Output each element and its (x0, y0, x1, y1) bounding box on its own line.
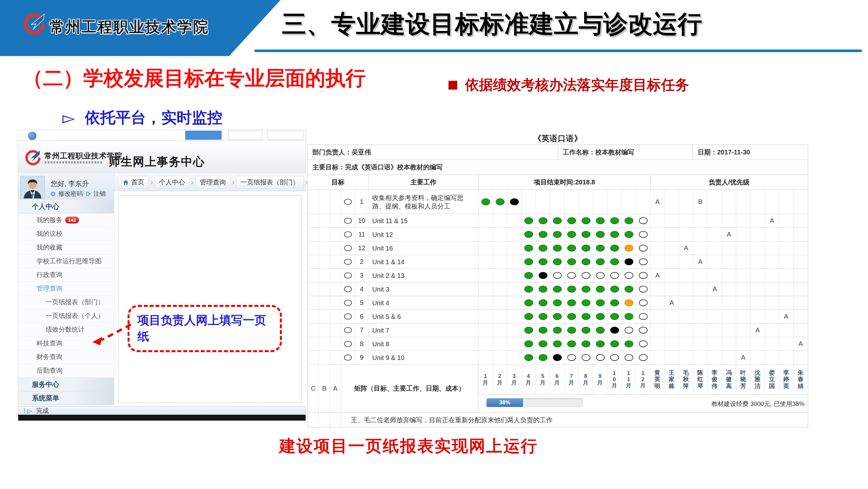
owner-priority-cell (693, 296, 708, 310)
month-cell (636, 310, 651, 323)
owner-priority-cell: A (679, 241, 693, 255)
owner-priority-cell (779, 351, 794, 364)
owner-priority-cell (651, 214, 665, 227)
breadcrumb-item-4[interactable]: 一页纸报表（部门） (236, 176, 304, 189)
month-cell (579, 310, 593, 323)
report-table: 《英语口语》 部门负责人：吴亚伟 工作名称：校本教材编写 日期：2017-11-… (308, 132, 808, 427)
sidebar-item-我的议校[interactable]: 我的议校 (18, 227, 114, 241)
gear-icon: ⚙ (50, 191, 56, 197)
owner-priority-cell (651, 351, 665, 364)
month-cell (493, 337, 507, 350)
work-name: 工作名称：校本教材编写 (558, 145, 693, 160)
month-cell (622, 214, 636, 227)
target-cell (341, 323, 355, 337)
month-cell (565, 283, 579, 296)
month-cell (550, 241, 565, 255)
month-cell (536, 296, 550, 310)
month-cell (493, 190, 507, 214)
status-dot-green-done (610, 231, 619, 238)
owner-priority-cell: A (722, 228, 736, 241)
month-cell (536, 323, 550, 337)
month-cell (608, 323, 622, 337)
month-cell (608, 296, 622, 310)
grade-spacer-cell (308, 255, 319, 268)
toolbar-button[interactable] (228, 131, 262, 140)
owner-priority-cell: A (765, 214, 779, 227)
status-dot-open-circle (639, 286, 648, 292)
sidebar-item-系统菜单[interactable]: 系统菜单 (18, 391, 114, 405)
owner-name: 黄英明 (650, 365, 664, 394)
month-cell (536, 269, 550, 282)
taskbar-strip (18, 415, 306, 421)
month-cell (593, 296, 608, 310)
target-circle-icon (344, 259, 352, 265)
sidebar-item-服务中心[interactable]: 服务中心 (18, 378, 114, 391)
sidebar-item-一页纸报表（个人）[interactable]: 一页纸报表（个人） (18, 309, 114, 323)
breadcrumb-item-3[interactable]: 管理查询 (195, 176, 230, 189)
owner-priority-cell (794, 310, 808, 323)
breadcrumb-item-2[interactable]: 个人中心 (154, 176, 189, 189)
status-dot-open-circle (639, 244, 648, 252)
status-dot-green-done (539, 340, 548, 347)
task-number-cell: 5 (355, 296, 368, 310)
sidebar-item-学校工作运行思维导图[interactable]: 学校工作运行思维导图 (18, 254, 114, 268)
month-cell (565, 214, 579, 227)
sidebar-item-个人中心[interactable]: 个人中心 (18, 200, 114, 213)
month-cell (608, 337, 622, 350)
logout-icon (85, 191, 91, 197)
sidebar-item-我的服务[interactable]: 我的服务142 (18, 213, 114, 227)
breadcrumb-item-1[interactable]: 首页 (118, 176, 149, 189)
status-dot-green-done (539, 354, 548, 361)
sidebar-item-财务查询[interactable]: 财务查询 (18, 350, 114, 364)
target-cell (341, 190, 355, 214)
grade-spacer-cell (330, 310, 341, 323)
toolbar-button[interactable] (267, 131, 304, 140)
grade-letter-c: C (308, 365, 319, 412)
target-cell (341, 269, 355, 282)
user-panel: 您好, 李东升 ⚙ 修改密码 注销 (18, 173, 114, 200)
owner-priority-cell (722, 269, 736, 282)
owner-priority-cell (665, 283, 679, 296)
sidebar-item-我的收藏[interactable]: 我的收藏 (18, 241, 114, 254)
month-cell (522, 351, 536, 364)
sidebar-item-后勤查询[interactable]: 后勤查询 (18, 364, 114, 378)
sidebar-item-管理查询[interactable]: 管理查询 (18, 282, 114, 295)
grade-spacer-cell (330, 296, 341, 310)
owner-name: 王家栋 (664, 365, 679, 394)
status-dot-orange (625, 299, 633, 306)
task-number-cell: 1 (355, 190, 368, 214)
month-cell (479, 241, 493, 255)
report-row: 4Unit 3A (308, 283, 808, 296)
owner-priority-cell (693, 283, 708, 296)
month-cell (507, 310, 522, 323)
month-cell (636, 323, 651, 337)
month-cell (507, 269, 522, 282)
month-cell (550, 323, 565, 337)
task-number-cell: 6 (355, 310, 368, 323)
owner-priority-cell (679, 351, 693, 364)
sidebar-item-一页纸报表（部门）[interactable]: 一页纸报表（部门） (18, 295, 114, 309)
month-cell (608, 351, 622, 364)
report-row: 6Unit 5 & 6A (308, 310, 808, 323)
owner-priority-cell (765, 337, 779, 350)
status-dot-green-done (524, 313, 533, 320)
grade-spacer-cell (330, 351, 341, 364)
month-label: 12月 (636, 365, 650, 394)
grade-spacer-cell (330, 241, 341, 255)
owner-priority-cell (736, 310, 750, 323)
owner-priority-cell (765, 296, 779, 310)
change-password-link[interactable]: 修改密码 (58, 190, 83, 198)
month-cell (522, 255, 536, 268)
status-dot-green-done (567, 340, 576, 347)
logout-link[interactable]: 注销 (93, 190, 106, 198)
bottom-caption: 建设项目一页纸报表实现网上运行 (279, 435, 538, 457)
owner-priority-cell (794, 296, 808, 310)
owner-priority-cell (665, 214, 679, 227)
toolbar-primary-button[interactable] (185, 131, 222, 140)
owner-priority-cell (651, 255, 665, 268)
sidebar-item-行政查询[interactable]: 行政查询 (18, 268, 114, 282)
month-cell (608, 283, 622, 296)
month-cell (622, 323, 636, 337)
page-title: 三、专业建设目标标准建立与诊改运行 (282, 8, 702, 41)
owner-priority-cell (779, 323, 794, 337)
